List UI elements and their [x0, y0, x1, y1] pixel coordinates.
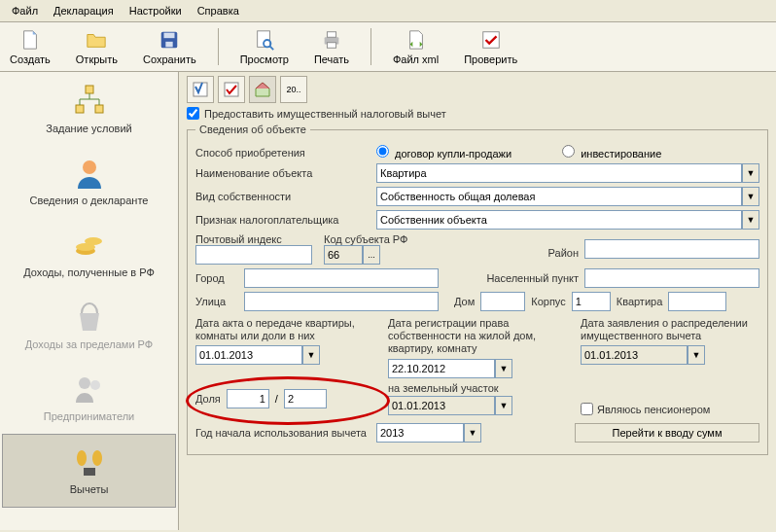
- tab-icons: 20..: [187, 76, 768, 103]
- save-icon: [158, 28, 181, 52]
- dropdown-btn[interactable]: ▼: [742, 163, 759, 183]
- tb-print[interactable]: Печать: [310, 26, 353, 67]
- new-file-icon: [18, 28, 42, 52]
- tb-check[interactable]: Проверить: [460, 26, 521, 67]
- provide-deduction-label: Предоставить имущественный налоговый выч…: [204, 108, 446, 120]
- tb-xml[interactable]: Файл xml: [389, 26, 442, 67]
- city-input[interactable]: [244, 268, 439, 288]
- provide-deduction-checkbox[interactable]: [187, 107, 199, 120]
- reg-date-label: Дата регистрации права собственности на …: [388, 317, 567, 356]
- sidebar-conditions[interactable]: Задание условий: [0, 74, 178, 146]
- own-type-label: Вид собственности: [195, 191, 370, 202]
- check-icon: [479, 28, 503, 52]
- taxpayer-select[interactable]: [376, 210, 742, 230]
- sidebar-income-abroad[interactable]: Доходы за пределами РФ: [0, 290, 178, 362]
- svg-rect-8: [327, 43, 335, 49]
- dropdown-btn[interactable]: ▼: [742, 187, 759, 206]
- building-label: Корпус: [531, 296, 565, 307]
- tab-standard-icon[interactable]: [187, 76, 214, 103]
- postcode-label: Почтовый индекс: [195, 233, 312, 245]
- svg-point-17: [79, 377, 90, 389]
- coins-icon: [72, 228, 107, 263]
- act-date-label: Дата акта о передаче квартиры, комнаты и…: [195, 317, 374, 342]
- menu-declaration[interactable]: Декларация: [48, 3, 120, 18]
- svg-rect-12: [95, 105, 103, 113]
- distr-date-input[interactable]: [581, 345, 688, 365]
- folder-open-icon: [85, 28, 108, 52]
- people-icon: [72, 372, 107, 407]
- svg-line-5: [269, 46, 273, 50]
- date-picker-btn[interactable]: ▼: [302, 345, 320, 365]
- svg-point-16: [85, 237, 102, 245]
- tb-create[interactable]: Создать: [6, 26, 54, 67]
- subj-code-btn[interactable]: ...: [363, 245, 380, 265]
- acq-contract-radio[interactable]: договор купли-продажи: [376, 145, 511, 160]
- content-pane: 20.. Предоставить имущественный налоговы…: [179, 72, 776, 530]
- locality-label: Населенный пункт: [486, 272, 579, 284]
- slash-label: /: [275, 393, 278, 405]
- sidebar-deductions[interactable]: Вычеты: [2, 434, 176, 508]
- xml-file-icon: [405, 28, 428, 52]
- menubar: Файл Декларация Настройки Справка: [0, 0, 776, 22]
- tab-social-icon[interactable]: [218, 76, 245, 103]
- svg-rect-1: [164, 33, 175, 39]
- building-input[interactable]: [572, 292, 611, 311]
- svg-point-13: [83, 160, 96, 174]
- tb-preview[interactable]: Просмотр: [236, 26, 293, 67]
- apt-input[interactable]: [668, 292, 726, 311]
- street-label: Улица: [195, 296, 238, 307]
- dropdown-btn[interactable]: ▼: [464, 423, 481, 443]
- tab-other-icon[interactable]: 20..: [280, 76, 307, 103]
- house-label: Дом: [454, 296, 475, 307]
- date-picker-btn[interactable]: ▼: [495, 359, 512, 378]
- tb-open[interactable]: Открыть: [72, 26, 122, 67]
- svg-rect-11: [76, 105, 84, 113]
- sidebar: Задание условий Сведения о декларанте До…: [0, 72, 179, 530]
- sidebar-income-rf[interactable]: Доходы, полученные в РФ: [0, 218, 178, 290]
- share-den-input[interactable]: [284, 389, 327, 408]
- act-date-input[interactable]: [195, 345, 302, 365]
- tab-property-icon[interactable]: [249, 76, 276, 103]
- menu-file[interactable]: Файл: [6, 3, 44, 18]
- deductions-icon: [72, 444, 107, 479]
- svg-point-18: [90, 380, 100, 390]
- land-label: на земельный участок: [388, 382, 567, 394]
- year-input[interactable]: [376, 423, 464, 443]
- print-icon: [320, 28, 343, 52]
- acq-method-label: Способ приобретения: [195, 147, 370, 159]
- tb-save[interactable]: Сохранить: [139, 26, 200, 67]
- land-date-input[interactable]: [388, 396, 495, 415]
- sidebar-declarant[interactable]: Сведения о декларанте: [0, 146, 178, 218]
- svg-rect-9: [482, 32, 499, 49]
- district-label: Район: [548, 247, 579, 259]
- svg-rect-2: [166, 42, 173, 48]
- preview-icon: [253, 28, 276, 52]
- sidebar-entrepreneurs[interactable]: Предприниматели: [0, 362, 178, 434]
- city-label: Город: [195, 272, 238, 284]
- street-input[interactable]: [244, 292, 439, 311]
- svg-rect-10: [86, 86, 93, 93]
- pension-checkbox[interactable]: [581, 403, 593, 415]
- menu-settings[interactable]: Настройки: [123, 3, 188, 18]
- menu-help[interactable]: Справка: [192, 3, 245, 18]
- postcode-input[interactable]: [195, 245, 312, 265]
- object-fieldset: Сведения об объекте Способ приобретения …: [187, 124, 768, 455]
- dropdown-btn[interactable]: ▼: [742, 210, 759, 230]
- reg-date-input[interactable]: [388, 359, 495, 378]
- share-num-input[interactable]: [227, 389, 269, 408]
- apt-label: Квартира: [617, 296, 663, 307]
- date-picker-btn[interactable]: ▼: [495, 396, 512, 415]
- date-picker-btn[interactable]: ▼: [688, 345, 705, 365]
- goto-sums-button[interactable]: Перейти к вводу сумм: [575, 423, 759, 443]
- obj-name-select[interactable]: [376, 163, 742, 183]
- person-icon: [72, 156, 107, 191]
- own-type-select[interactable]: [376, 187, 742, 206]
- district-input[interactable]: [584, 239, 759, 259]
- object-legend: Сведения об объекте: [195, 124, 310, 135]
- pension-label: Являюсь пенсионером: [597, 404, 710, 415]
- locality-input[interactable]: [584, 268, 759, 288]
- share-label: Доля: [195, 393, 221, 405]
- acq-invest-radio[interactable]: инвестирование: [562, 145, 661, 160]
- house-input[interactable]: [480, 292, 525, 311]
- subj-code-input[interactable]: [324, 245, 363, 265]
